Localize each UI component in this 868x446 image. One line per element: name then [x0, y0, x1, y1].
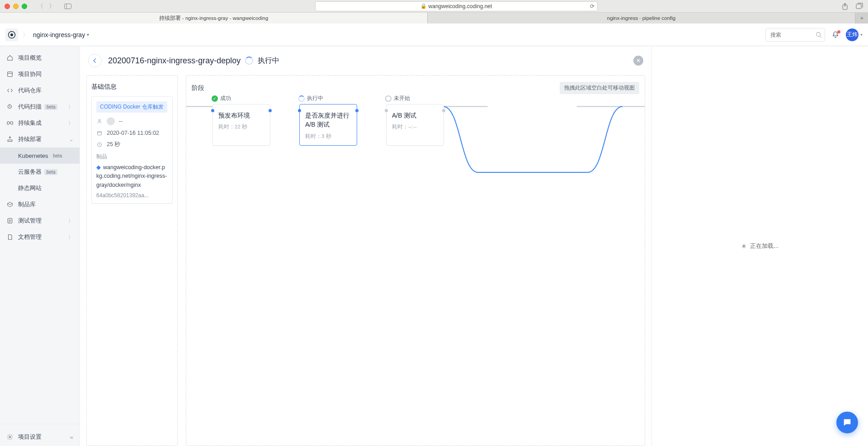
stage-card-2[interactable]: 未开始 A/B 测试 耗时：--:--	[386, 104, 444, 146]
sidebar-item-staticsite[interactable]: 静态网站	[0, 180, 80, 196]
maximize-window-dot[interactable]	[22, 4, 27, 9]
idle-icon	[385, 95, 392, 102]
beta-badge: beta	[44, 169, 57, 175]
test-icon	[6, 217, 14, 224]
artifact-label: 制品	[96, 153, 168, 161]
stage-card-1[interactable]: 执行中 是否灰度并进行 A/B 测试 耗时：3 秒	[299, 104, 357, 146]
drag-hint: 拖拽此区域空白处可移动视图	[560, 82, 639, 94]
avatar-placeholder	[107, 117, 115, 125]
chevron-right-icon: 〉	[68, 104, 73, 110]
clock-icon	[96, 142, 103, 147]
gear-icon	[6, 433, 14, 441]
chevron-right-icon: 〉	[68, 120, 73, 127]
forward-nav-button[interactable]: 〉	[46, 1, 58, 11]
sidebar-item-repo[interactable]: 代码仓库	[0, 82, 80, 99]
collapse-sidebar-icon[interactable]: «	[70, 434, 73, 441]
docker-icon: ◆	[96, 164, 101, 171]
new-tab-button[interactable]: ＋	[855, 13, 868, 24]
avatar: 王炜	[846, 28, 859, 41]
scan-icon	[6, 103, 14, 110]
doc-icon	[6, 233, 14, 241]
infinity-icon	[6, 119, 14, 127]
search-icon	[816, 32, 822, 38]
app-header: 〉 nginx-ingress-gray ▾ 王炜 ▾	[0, 24, 868, 46]
breadcrumb-project: nginx-ingress-gray	[33, 31, 85, 38]
nav-arrows: 〈 〉	[34, 1, 58, 11]
spinner-icon: ✳	[741, 243, 746, 250]
browser-tab-0[interactable]: 持续部署 - nginx-ingress-gray - wangweicodin…	[0, 13, 428, 24]
beta-badge: beta	[51, 153, 64, 159]
sidebar-item-docs[interactable]: 文档管理〉	[0, 229, 80, 245]
browser-tabs: 持续部署 - nginx-ingress-gray - wangweicodin…	[0, 13, 868, 24]
svg-rect-8	[8, 72, 13, 77]
user-icon	[96, 119, 103, 124]
window-traffic-lights	[5, 4, 27, 9]
close-panel-button[interactable]: ✕	[633, 56, 643, 66]
sidebar-item-overview[interactable]: 项目概览	[0, 50, 80, 66]
chevron-down-icon: ▾	[87, 32, 89, 37]
detail-side-panel: ✳ 正在加载...	[651, 46, 868, 446]
breadcrumb[interactable]: nginx-ingress-gray ▾	[33, 31, 89, 38]
deploy-icon	[6, 136, 14, 143]
back-nav-button[interactable]: 〈	[34, 1, 46, 11]
tabs-icon[interactable]	[855, 3, 863, 10]
reload-icon[interactable]: ⟳	[590, 3, 594, 9]
svg-rect-0	[65, 4, 71, 9]
app-logo[interactable]	[5, 28, 18, 41]
stage-name: 是否灰度并进行 A/B 测试	[305, 111, 351, 129]
stages-row: ✓成功 预发布环境 耗时：22 秒 执行中 是否灰度并进行 A/B 测试 耗时：…	[192, 104, 639, 146]
chevron-right-icon: 〉	[68, 218, 73, 224]
connector-dot	[211, 109, 214, 112]
deploy-detail: 20200716-nginx-ingress-gray-deploy 执行中 ✕…	[80, 46, 651, 446]
info-duration-row: 25 秒	[96, 141, 168, 148]
main: 20200716-nginx-ingress-gray-deploy 执行中 ✕…	[80, 46, 868, 446]
sidebar-toggle-icon[interactable]	[64, 4, 71, 9]
stage-duration: 耗时：3 秒	[305, 133, 351, 140]
stages-panel[interactable]: 阶段 拖拽此区域空白处可移动视图	[186, 75, 645, 446]
stage-card-0[interactable]: ✓成功 预发布环境 耗时：22 秒	[212, 104, 270, 146]
svg-line-7	[820, 36, 822, 38]
notifications-button[interactable]	[831, 31, 840, 39]
address-bar[interactable]: 🔒 wangweicoding.coding.net ⟳	[315, 1, 598, 11]
sidebar-item-cd[interactable]: 持续部署⌄	[0, 131, 80, 147]
info-title: 基础信息	[91, 83, 173, 91]
stage-duration: 耗时：22 秒	[218, 123, 264, 130]
sidebar-item-codescan[interactable]: 代码扫描beta〉	[0, 99, 80, 115]
sidebar-item-collab[interactable]: 项目协同	[0, 66, 80, 82]
page-title: 20200716-nginx-ingress-gray-deploy 执行中	[108, 56, 279, 66]
sidebar-item-settings[interactable]: 项目设置«	[0, 428, 80, 446]
chrome-right-icons	[841, 3, 863, 10]
sidebar-item-kubernetes[interactable]: Kubernetesbeta	[0, 147, 80, 164]
app: 〉 nginx-ingress-gray ▾ 王炜 ▾	[0, 24, 868, 446]
sidebar: 项目概览 项目协同 代码仓库 代码扫描beta〉 持续集成〉 持续部署⌄ Kub…	[0, 46, 80, 446]
artifact-name[interactable]: ◆wangweicoding-docker.pkg.coding.net/ngi…	[96, 163, 168, 190]
stages-title: 阶段	[192, 84, 204, 92]
svg-point-13	[99, 119, 100, 121]
status-text: 执行中	[258, 56, 279, 66]
sidebar-item-ci[interactable]: 持续集成〉	[0, 115, 80, 131]
breadcrumb-separator: 〉	[23, 31, 28, 39]
stage-name: A/B 测试	[392, 111, 438, 120]
sidebar-item-artifacts[interactable]: 制品库	[0, 196, 80, 213]
minimize-window-dot[interactable]	[13, 4, 19, 9]
loading-text: 正在加载...	[750, 242, 778, 250]
board-icon	[6, 71, 14, 78]
svg-rect-11	[8, 218, 12, 223]
spinner-icon	[298, 95, 305, 102]
beta-badge: beta	[44, 104, 57, 110]
browser-tab-1[interactable]: nginx-ingress · pipeline config	[428, 13, 855, 24]
svg-point-6	[816, 32, 821, 36]
close-window-dot[interactable]	[5, 4, 10, 9]
success-icon: ✓	[212, 95, 218, 102]
chevron-down-icon: ▾	[860, 32, 863, 37]
sidebar-item-test[interactable]: 测试管理〉	[0, 213, 80, 229]
trigger-chip: CODING Docker 仓库触发	[96, 101, 167, 113]
svg-rect-14	[98, 132, 102, 135]
browser-chrome: 〈 〉 🔒 wangweicoding.coding.net ⟳	[0, 0, 868, 13]
connector-dot	[442, 109, 445, 112]
user-menu[interactable]: 王炜 ▾	[846, 28, 863, 41]
back-button[interactable]	[88, 54, 102, 67]
chat-fab-button[interactable]	[836, 412, 858, 433]
share-icon[interactable]	[841, 3, 849, 10]
sidebar-item-cloudserver[interactable]: 云服务器beta	[0, 164, 80, 180]
